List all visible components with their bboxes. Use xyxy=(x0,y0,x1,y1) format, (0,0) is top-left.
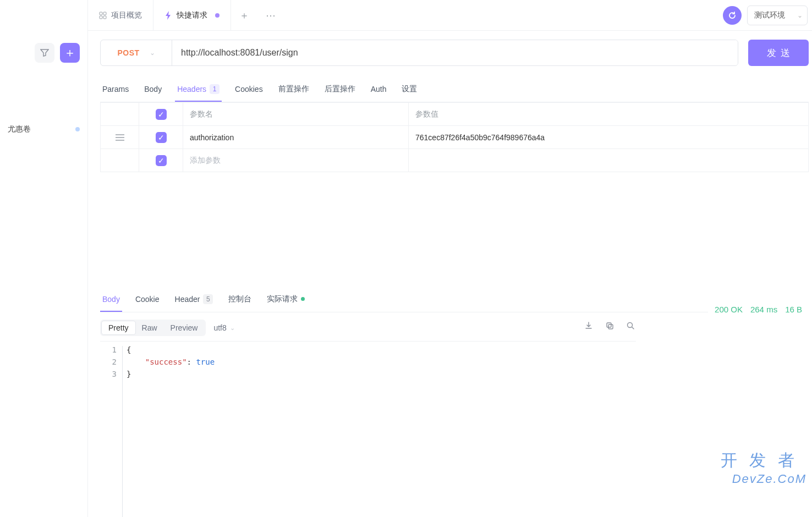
headers-table: ✓ 参数名 参数值 ✓ authorization 761cec87f26f4a… xyxy=(100,102,809,172)
svg-rect-0 xyxy=(100,12,102,15)
tab-post-script[interactable]: 后置操作 xyxy=(322,77,358,102)
tab-label: 设置 xyxy=(402,84,417,94)
copy-button[interactable] xyxy=(604,320,615,331)
line-number: 2 xyxy=(100,356,117,368)
watermark-text: DevZe.CoM xyxy=(721,472,806,486)
tab-label: Body xyxy=(144,85,162,94)
refresh-icon xyxy=(728,11,737,20)
send-button[interactable]: 发送 xyxy=(748,40,809,66)
line-number: 3 xyxy=(100,368,117,380)
download-icon xyxy=(584,321,593,330)
grid-icon xyxy=(99,12,107,19)
more-icon: ⋯ xyxy=(266,9,276,21)
resp-tab-console[interactable]: 控制台 xyxy=(226,287,254,312)
tab-label: 后置操作 xyxy=(325,84,355,94)
http-method-select[interactable]: POST ⌄ xyxy=(101,40,172,65)
column-header-name: 参数名 xyxy=(183,103,409,125)
view-mode-segment: Pretty Raw Preview xyxy=(100,320,206,336)
tab-label: Headers xyxy=(177,85,206,94)
code-token: "success" xyxy=(145,358,187,366)
tab-settings[interactable]: 设置 xyxy=(399,77,419,102)
plus-icon: ＋ xyxy=(239,9,249,22)
view-raw-button[interactable]: Raw xyxy=(135,321,164,334)
tab-label: 前置操作 xyxy=(278,84,309,94)
tab-label: Header xyxy=(175,295,200,304)
tab-label: Params xyxy=(102,85,129,94)
request-bar: POST ⌄ 发送 xyxy=(100,40,809,66)
tab-label: Cookies xyxy=(235,85,263,94)
code-token: true xyxy=(196,358,215,366)
drag-icon xyxy=(116,134,124,141)
response-tabs: Body Cookie Header 5 控制台 实际请求 xyxy=(100,287,809,312)
table-header-row: ✓ 参数名 参数值 xyxy=(101,102,808,125)
tab-quick-request[interactable]: 快捷请求 xyxy=(153,0,231,30)
response-status: 200 OK 264 ms 16 B xyxy=(708,300,809,318)
tab-more-button[interactable]: ⋯ xyxy=(257,0,284,30)
sidebar-item-youhuijuan[interactable]: 尤惠卷 xyxy=(0,121,87,138)
status-time: 264 ms xyxy=(750,305,777,314)
table-row: ✓ authorization 761cec87f26f4a50b9c764f9… xyxy=(101,125,808,148)
svg-point-6 xyxy=(628,323,633,328)
encoding-label: utf8 xyxy=(213,323,226,332)
tab-label: 项目概览 xyxy=(111,10,142,20)
resp-tab-actual[interactable]: 实际请求 xyxy=(265,287,307,312)
url-input[interactable] xyxy=(172,40,738,65)
code-body: { "success": true } xyxy=(127,344,636,517)
request-tabs: Params Body Headers 1 Cookies 前置操作 后置操作 … xyxy=(100,77,809,102)
resp-tab-header[interactable]: Header 5 xyxy=(173,287,216,312)
tab-body[interactable]: Body xyxy=(142,77,164,102)
tab-label: 控制台 xyxy=(228,294,251,304)
tab-add-button[interactable]: ＋ xyxy=(231,0,257,30)
resp-tab-cookie[interactable]: Cookie xyxy=(133,287,162,312)
line-gutter: 1 2 3 xyxy=(100,342,122,517)
chevron-down-icon: ⌄ xyxy=(150,49,155,57)
count-badge: 5 xyxy=(203,294,213,304)
search-button[interactable] xyxy=(625,320,636,331)
chevron-down-icon: ⌄ xyxy=(797,12,803,19)
sidebar-item-label: 尤惠卷 xyxy=(8,124,31,134)
header-value-cell[interactable]: 761cec87f26f4a50b9c764f989676a4a xyxy=(409,126,808,148)
row-checkbox[interactable]: ✓ xyxy=(156,155,167,166)
http-method-label: POST xyxy=(117,48,139,57)
view-pretty-button[interactable]: Pretty xyxy=(102,321,135,334)
add-param-input[interactable]: 添加参数 xyxy=(183,149,409,172)
unsaved-dot-icon xyxy=(215,13,220,18)
tab-pre-script[interactable]: 前置操作 xyxy=(276,77,311,102)
drag-handle[interactable] xyxy=(101,126,139,148)
checkbox-all[interactable]: ✓ xyxy=(156,109,167,120)
tab-auth[interactable]: Auth xyxy=(369,77,389,102)
download-button[interactable] xyxy=(583,320,594,331)
tab-params[interactable]: Params xyxy=(100,77,131,102)
tab-headers[interactable]: Headers 1 xyxy=(175,77,222,102)
tab-label: 实际请求 xyxy=(267,294,298,304)
code-token: } xyxy=(127,370,131,378)
chevron-down-icon: ⌄ xyxy=(230,324,235,332)
add-button[interactable]: ＋ xyxy=(60,43,80,63)
tab-label: 快捷请求 xyxy=(177,10,207,20)
status-code: 200 OK xyxy=(715,305,743,314)
filter-button[interactable] xyxy=(35,43,54,63)
copy-icon xyxy=(605,321,614,330)
encoding-select[interactable]: utf8 ⌄ xyxy=(213,323,234,332)
watermark-text: 开发者 xyxy=(721,449,806,472)
refresh-button[interactable] xyxy=(723,6,742,25)
indicator-dot-icon xyxy=(301,297,305,301)
resp-tab-body[interactable]: Body xyxy=(100,287,122,312)
row-checkbox[interactable]: ✓ xyxy=(156,132,167,143)
left-sidebar: ＋ 尤惠卷 xyxy=(0,0,88,517)
send-button-label: 发送 xyxy=(767,47,794,59)
tab-overview[interactable]: 项目概览 xyxy=(88,0,153,30)
column-header-value: 参数值 xyxy=(409,103,808,125)
svg-rect-4 xyxy=(607,323,611,327)
status-dot-icon xyxy=(75,127,80,131)
view-preview-button[interactable]: Preview xyxy=(164,321,205,334)
watermark: 开发者 DevZe.CoM xyxy=(721,449,806,486)
header-name-cell[interactable]: authorization xyxy=(183,126,409,148)
response-tools xyxy=(583,320,636,331)
response-code-view[interactable]: 1 2 3 { "success": true } xyxy=(100,341,636,517)
bolt-icon xyxy=(164,11,172,20)
table-row-add: ✓ 添加参数 xyxy=(101,148,808,172)
environment-select[interactable]: 测试环境 ⌄ xyxy=(747,6,808,25)
tab-cookies[interactable]: Cookies xyxy=(233,77,265,102)
tab-label: Auth xyxy=(371,85,387,94)
